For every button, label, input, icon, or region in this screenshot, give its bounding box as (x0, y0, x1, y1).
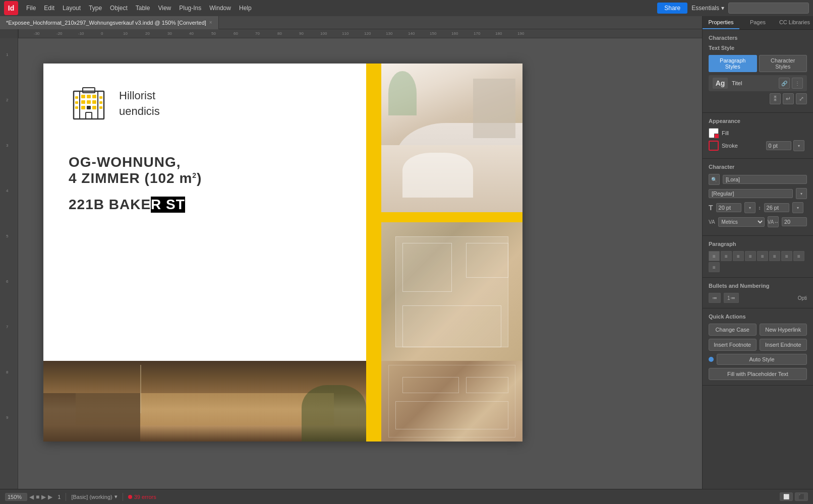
menu-object[interactable]: Object (106, 3, 132, 14)
zoom-controls: ◀ ■ ▶ ▶ (5, 493, 52, 501)
align-justify-last-center-btn[interactable]: ≡ (769, 251, 780, 261)
next-page-button[interactable]: ▶ (48, 493, 52, 500)
font-name-input[interactable] (723, 175, 807, 184)
bathroom-photo (381, 64, 522, 212)
stroke-value-input[interactable]: 0 pt (766, 141, 791, 150)
align-justify-btn[interactable]: ≡ (745, 251, 756, 261)
state-selector: [Basic] (working) ▾ (71, 493, 117, 500)
tab-close-icon[interactable]: × (209, 20, 212, 25)
horizontal-ruler: -30 -20 -10 0 10 20 30 40 50 60 70 80 90… (18, 29, 702, 38)
expand-icon[interactable]: ⤢ (796, 93, 807, 104)
metrics-select[interactable]: Metrics Optical 0 (718, 217, 765, 227)
status-divider-1 (66, 493, 66, 501)
menu-window[interactable]: Window (205, 3, 235, 14)
menu-search-input[interactable] (728, 3, 809, 14)
style-link-icon[interactable]: 🔗 (779, 78, 790, 89)
state-dropdown-icon[interactable]: ▾ (114, 493, 118, 500)
view-normal-btn[interactable]: ⬜ (780, 492, 793, 501)
style-more-icon[interactable]: ⋮ (792, 78, 803, 89)
font-style-down-icon[interactable]: ▾ (796, 188, 807, 199)
svg-rect-9 (81, 106, 85, 109)
return-icon[interactable]: ↵ (783, 93, 794, 104)
metrics-row: VA Metrics Optical 0 VA↔ (709, 216, 807, 227)
menu-edit[interactable]: Edit (40, 3, 59, 14)
document-tab[interactable]: *Exposee_Hochformat_210x297_Wohnungsverk… (0, 16, 219, 29)
stroke-row: Stroke 0 pt ▾ (709, 140, 807, 151)
menu-layout[interactable]: Layout (59, 3, 85, 14)
doc-bottom-section (43, 361, 522, 442)
errors-count: 39 errors (134, 494, 156, 500)
bullets-title: Bullets and Numbering (709, 283, 807, 289)
style-item-titel[interactable]: Ag Titel 🔗 ⋮ (709, 75, 807, 91)
svg-rect-17 (99, 101, 102, 104)
menu-bar: Id File Edit Layout Type Object Table Vi… (0, 0, 813, 16)
stroke-down-icon[interactable]: ▾ (793, 140, 804, 151)
building-icon (69, 84, 109, 124)
font-style-input[interactable] (709, 189, 793, 198)
font-size-down-icon[interactable]: ▾ (744, 202, 756, 213)
auto-style-button[interactable]: Auto Style (717, 354, 807, 365)
menu-type[interactable]: Type (85, 3, 106, 14)
align-center-btn[interactable]: ≡ (721, 251, 732, 261)
font-size-icon: T (709, 204, 713, 212)
yellow-bar-top (366, 64, 381, 361)
align-justify-all-btn[interactable]: ≡ (793, 251, 804, 261)
menu-help[interactable]: Help (235, 3, 256, 14)
align-right-btn[interactable]: ≡ (733, 251, 744, 261)
stop-button[interactable]: ■ (36, 493, 39, 500)
leading-input[interactable] (764, 203, 789, 212)
doc-top-section: Hillorist uendicis OG-WOHNUNG, 4 ZIMMER … (43, 64, 522, 361)
new-hyperlink-button[interactable]: New Hyperlink (760, 324, 807, 336)
font-search-icon[interactable]: 🔍 (709, 174, 720, 185)
indent-icon[interactable]: ⁑ (770, 93, 781, 104)
auto-style-dot (709, 357, 714, 362)
view-preview-btn[interactable]: ⬛ (795, 492, 808, 501)
font-style-row: ▾ (709, 188, 807, 199)
app-logo: Id (4, 1, 18, 15)
menu-plugins[interactable]: Plug-Ins (175, 3, 205, 14)
menu-table[interactable]: Table (132, 3, 154, 14)
change-case-button[interactable]: Change Case (709, 324, 757, 336)
tracking-icon[interactable]: VA↔ (768, 216, 779, 227)
prev-page-button[interactable]: ◀ (29, 493, 34, 500)
svg-rect-7 (87, 100, 91, 104)
address-before-cursor: 221B BAKE (69, 197, 151, 213)
play-button[interactable]: ▶ (41, 493, 46, 500)
bullets-btn[interactable]: ≔ (709, 293, 721, 303)
company-name: Hillorist uendicis (119, 88, 160, 119)
living-room-render (43, 361, 366, 442)
menu-view[interactable]: View (154, 3, 175, 14)
svg-rect-13 (75, 96, 78, 99)
tracking-input[interactable] (782, 217, 807, 226)
paragraph-section: Paragraph ≡ ≡ ≡ ≡ ≡ ≡ ≡ ≡ ≡ (703, 236, 813, 278)
errors-indicator[interactable]: 39 errors (128, 494, 156, 500)
essentials-dropdown[interactable]: Essentials ▾ (687, 3, 728, 14)
document-canvas: Hillorist uendicis OG-WOHNUNG, 4 ZIMMER … (43, 64, 522, 442)
menu-file[interactable]: File (22, 3, 40, 14)
tab-cc-libraries[interactable]: CC Libraries (776, 16, 813, 29)
row1: Change Case New Hyperlink (709, 324, 807, 336)
panel-tabs: Properties Pages CC Libraries (703, 16, 813, 30)
leading-down-icon[interactable]: ▾ (792, 202, 803, 213)
insert-footnote-button[interactable]: Insert Footnote (709, 339, 757, 351)
align-justify-last-right-btn[interactable]: ≡ (781, 251, 792, 261)
font-size-input[interactable] (716, 203, 741, 212)
paragraph-styles-btn[interactable]: Paragraph Styles (709, 55, 757, 72)
align-left-btn[interactable]: ≡ (709, 251, 720, 261)
align-towards-spine-btn[interactable]: ≡ (709, 262, 720, 272)
fill-placeholder-button[interactable]: Fill with Placeholder Text (709, 368, 807, 380)
canvas-area[interactable]: Hillorist uendicis OG-WOHNUNG, 4 ZIMMER … (18, 38, 702, 489)
character-styles-btn[interactable]: Character Styles (759, 55, 807, 72)
tab-properties[interactable]: Properties (703, 16, 739, 29)
zoom-input[interactable] (5, 493, 27, 501)
numbering-btn[interactable]: 1≔ (724, 293, 739, 303)
stroke-label: Stroke (722, 143, 763, 149)
insert-endnote-button[interactable]: Insert Endnote (760, 339, 807, 351)
svg-rect-6 (81, 100, 85, 104)
paragraph-title: Paragraph (709, 241, 807, 247)
tab-pages[interactable]: Pages (739, 16, 776, 29)
align-justify-last-left-btn[interactable]: ≡ (757, 251, 768, 261)
svg-rect-11 (92, 106, 96, 109)
share-button[interactable]: Share (657, 3, 687, 14)
character-section: Character 🔍 ▾ T ▾ ↕ ▾ VA Metrics Optical… (703, 159, 813, 236)
